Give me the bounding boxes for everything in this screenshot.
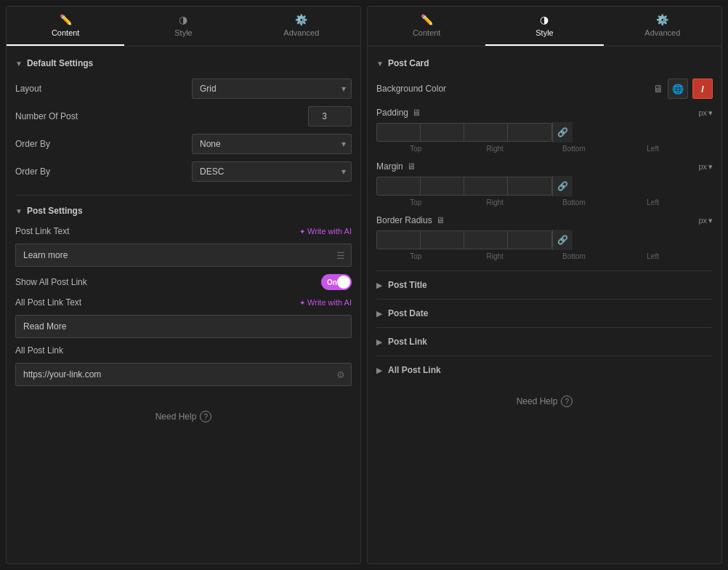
all-post-link-label: All Post Link [15,345,63,356]
margin-top-input[interactable] [377,177,421,195]
show-all-post-toggle[interactable]: On [321,274,352,290]
post-card-arrow: ▼ [376,60,384,68]
right-tabs: ✏️ Content ◑ Style ⚙️ Advanced [368,7,721,47]
margin-monitor-icon: 🖥 [407,161,416,172]
advanced-icon-left: ⚙️ [295,14,307,25]
post-link-ai-button[interactable]: Write with AI [299,227,352,236]
tab-advanced-left[interactable]: ⚙️ Advanced [243,7,360,46]
padding-left-label: Left [613,145,692,153]
show-all-post-toggle-wrap: On [321,274,352,290]
padding-right-input[interactable] [421,124,464,141]
show-all-post-label: Show All Post Link [15,277,87,287]
all-post-link-label: All Post Link [388,365,441,375]
all-post-link-arrow: ▶ [376,366,382,374]
margin-right-input[interactable] [421,177,464,195]
border-radius-right-label: Right [456,252,535,260]
order-by-row: Order By None Date Title [15,134,352,154]
post-link-text-input[interactable] [16,244,331,266]
padding-bottom-input[interactable] [464,124,508,141]
toggle-slider: On [321,274,352,290]
tab-style-left[interactable]: ◑ Style [124,7,242,46]
padding-link-icon[interactable]: 🔗 [552,122,573,142]
padding-px-label: px ▾ [698,108,713,118]
post-date-header[interactable]: ▶ Post Date [376,308,713,318]
num-post-input[interactable] [308,106,352,127]
margin-inputs-row: 🔗 [376,176,713,196]
post-settings-section: ▼ Post Settings Post Link Text Write wit… [15,206,352,386]
bg-color-row: Background Color 🖥 🌐 / [376,79,713,99]
post-date-arrow: ▶ [376,310,382,318]
post-title-header[interactable]: ▶ Post Title [376,280,713,290]
order-dir-row: Order By DESC ASC [15,161,352,182]
post-card-title: Post Card [388,58,429,68]
border-radius-title: Border Radius 🖥 [376,215,445,225]
layout-label: Layout [15,84,41,94]
tab-advanced-right[interactable]: ⚙️ Advanced [604,7,721,46]
right-help-icon: ? [561,396,573,407]
order-dir-select-wrap: DESC ASC [192,161,352,182]
padding-section: Padding 🖥 px ▾ 🔗 [376,108,713,153]
padding-right-label: Right [456,145,535,153]
right-need-help[interactable]: Need Help ? [376,384,713,413]
left-tabs: ✏️ Content ◑ Style ⚙️ Advanced [7,7,360,47]
post-link-header[interactable]: ▶ Post Link [376,337,713,347]
post-link-arrow: ▶ [376,338,382,346]
padding-top-label: Top [376,145,456,153]
border-radius-top-label: Top [376,252,456,260]
layout-select[interactable]: Grid List Masonry [192,79,352,99]
post-link-label: Post Link [388,337,427,347]
margin-label: Margin [376,161,403,172]
margin-px-label: px ▾ [698,162,713,172]
order-by-label: Order By [15,139,50,149]
border-radius-right-input[interactable] [421,231,464,249]
all-post-link-section: ▶ All Post Link [376,356,713,384]
tab-content-right-label: Content [413,28,441,37]
border-radius-left-input[interactable] [508,231,551,249]
border-radius-section: Border Radius 🖥 px ▾ 🔗 [376,215,713,260]
margin-labels: Top Right Bottom Left [376,198,713,206]
margin-unit-chevron: ▾ [708,162,713,172]
style-icon-left: ◑ [179,14,187,25]
border-radius-bottom-input[interactable] [464,231,508,249]
all-post-link-settings-icon[interactable]: ⚙ [331,369,351,380]
margin-header: Margin 🖥 px ▾ [376,161,713,172]
order-dir-select[interactable]: DESC ASC [192,161,352,182]
border-radius-top-input[interactable] [377,231,421,249]
layout-select-wrap: Grid List Masonry [192,79,352,99]
border-radius-inputs-row: 🔗 [376,230,713,250]
left-panel-body: ▼ Default Settings Layout Grid List Maso… [7,47,360,563]
border-radius-label: Border Radius [376,215,432,225]
border-radius-px-label: px ▾ [698,216,713,225]
all-post-link-input[interactable] [16,364,331,385]
content-icon-right: ✏️ [421,14,433,25]
margin-left-input[interactable] [508,177,551,195]
post-link-text-label-row: Post Link Text Write with AI [15,226,352,236]
margin-bottom-input[interactable] [464,177,508,195]
post-date-label: Post Date [388,308,428,318]
tab-style-right[interactable]: ◑ Style [485,7,603,46]
globe-button[interactable]: 🌐 [668,79,688,99]
border-radius-left-label: Left [613,252,692,260]
margin-link-icon[interactable]: 🔗 [552,176,573,196]
padding-inputs [376,123,552,142]
right-need-help-label: Need Help [517,396,558,406]
all-post-link-ai-button[interactable]: Write with AI [299,298,352,307]
order-by-select[interactable]: None Date Title [192,134,352,154]
all-post-link-header[interactable]: ▶ All Post Link [376,365,713,375]
slash-button[interactable]: / [692,79,713,99]
tab-content-right[interactable]: ✏️ Content [368,7,485,46]
padding-left-input[interactable] [508,124,551,141]
tab-advanced-right-label: Advanced [644,28,680,37]
default-settings-header: ▼ Default Settings [15,58,352,68]
margin-inputs [376,177,552,196]
margin-section: Margin 🖥 px ▾ 🔗 [376,161,713,206]
padding-top-input[interactable] [377,124,421,141]
all-post-link-label-row: All Post Link [15,345,352,356]
bg-color-label: Background Color [376,84,446,94]
tab-content-left[interactable]: ✏️ Content [7,7,124,46]
left-need-help[interactable]: Need Help ? [15,399,352,428]
border-radius-link-icon[interactable]: 🔗 [552,230,573,250]
advanced-icon-right: ⚙️ [656,14,668,25]
all-post-link-text-input[interactable] [16,316,351,337]
left-need-help-label: Need Help [155,412,197,422]
